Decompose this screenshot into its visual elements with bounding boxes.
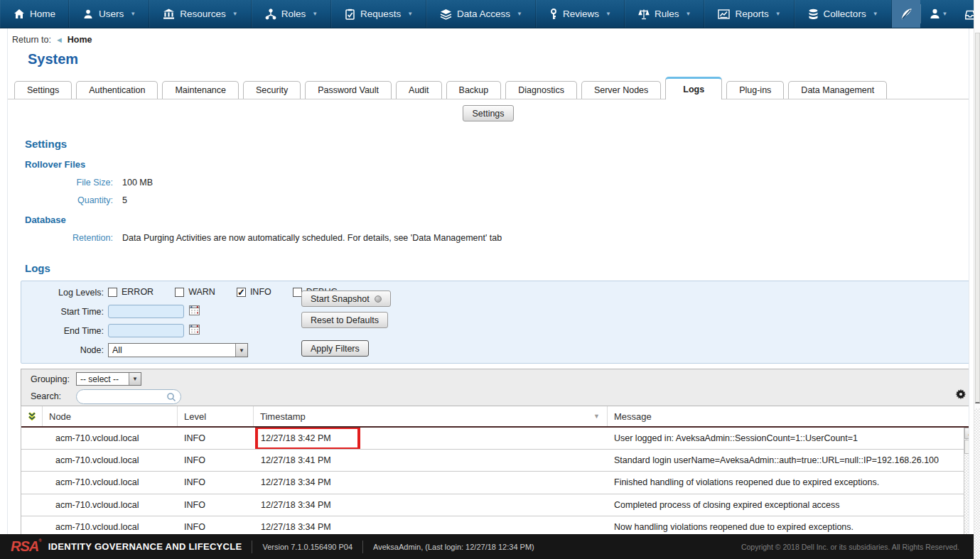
users-icon <box>82 9 94 20</box>
nav-item-label: Requests <box>360 9 401 19</box>
search-icon[interactable] <box>166 392 176 402</box>
chevron-down-icon: ▼ <box>232 11 238 17</box>
tab-authentication[interactable]: Authentication <box>76 81 158 99</box>
retention-value: Data Purging Activities are now automati… <box>122 233 502 243</box>
nav-item-home[interactable]: Home <box>0 0 69 28</box>
calendar-icon[interactable] <box>189 324 200 335</box>
chevron-down-icon[interactable]: ▼ <box>129 373 141 385</box>
checkbox-error[interactable]: ERROR <box>108 287 154 297</box>
tab-password-vault[interactable]: Password Vault <box>305 81 392 99</box>
chevron-down-icon: ▼ <box>517 11 522 17</box>
nav-item-data-access[interactable]: Data Access ▼ <box>426 0 536 28</box>
nav-item-requests[interactable]: Requests ▼ <box>331 0 426 28</box>
page-title: System <box>28 51 969 67</box>
settings-subtab-button[interactable]: Settings <box>463 105 513 121</box>
tab-maintenance[interactable]: Maintenance <box>162 81 239 99</box>
column-header-timestamp[interactable]: Timestamp▼ <box>254 406 608 426</box>
version-text: Version 7.1.0.156490 P04 <box>262 543 352 551</box>
grouping-select-value: -- select -- <box>77 374 129 384</box>
rsa-logo: RSA® <box>11 538 41 555</box>
reset-to-defaults-button[interactable]: Reset to Defaults <box>301 312 388 328</box>
tab-diagnostics[interactable]: Diagnostics <box>505 81 577 99</box>
start-time-label: Start Time: <box>27 307 104 317</box>
column-header-level[interactable]: Level <box>178 406 254 426</box>
tab-plug-ins[interactable]: Plug-ins <box>726 81 784 99</box>
nav-item-label: Data Access <box>457 9 510 19</box>
search-box <box>76 389 181 404</box>
sort-descending-icon: ▼ <box>593 413 600 420</box>
nav-item-reports[interactable]: Reports ▼ <box>704 0 794 28</box>
tab-server-nodes[interactable]: Server Nodes <box>581 81 661 99</box>
home-icon <box>14 9 25 20</box>
nav-item-label: Reviews <box>563 9 599 19</box>
data-access-icon <box>440 9 452 20</box>
table-row[interactable]: acm-710.vcloud.local INFO 12/27/18 3:34 … <box>21 494 964 516</box>
expand-all-header[interactable] <box>21 406 43 426</box>
node-select[interactable]: All ▼ <box>108 343 248 357</box>
tab-bar: Settings Authentication Maintenance Secu… <box>8 77 969 99</box>
chevron-down-icon: ▼ <box>873 11 878 17</box>
table-scrollbar[interactable]: ▲ <box>964 428 969 534</box>
retention-label: Retention: <box>8 233 113 243</box>
log-filter-panel: Log Levels: ERROR WARN ✓INFO DEBUG Start… <box>21 281 969 364</box>
table-row[interactable]: acm-710.vcloud.local INFO 12/27/18 3:34 … <box>21 472 964 494</box>
page-scrollbar[interactable] <box>974 0 980 559</box>
tab-backup[interactable]: Backup <box>446 81 502 99</box>
product-name: IDENTITY GOVERNANCE AND LIFECYCLE <box>48 541 242 552</box>
checkbox-box[interactable]: ✓ <box>237 288 246 297</box>
double-chevron-down-icon <box>27 411 37 421</box>
checkbox-warn[interactable]: WARN <box>175 287 215 297</box>
tab-logs[interactable]: Logs <box>665 77 722 99</box>
chevron-down-icon[interactable]: ▼ <box>235 344 247 357</box>
scroll-up-arrow-icon[interactable]: ▲ <box>964 428 969 439</box>
gear-icon[interactable] <box>955 389 966 400</box>
column-header-node[interactable]: Node <box>43 406 178 426</box>
nav-item-label: Collectors <box>824 9 866 19</box>
table-row[interactable]: acm-710.vcloud.local INFO 12/27/18 3:34 … <box>21 516 964 534</box>
logged-in-user: AveksaAdmin, (Last login: 12/27/18 12:34… <box>373 543 534 551</box>
table-row[interactable]: acm-710.vcloud.local INFO 12/27/18 3:41 … <box>21 450 964 472</box>
chevron-down-icon: ▼ <box>407 11 413 17</box>
nav-item-roles[interactable]: Roles ▼ <box>252 0 331 28</box>
checkbox-label: INFO <box>250 287 271 297</box>
checkbox-box[interactable] <box>175 288 184 297</box>
nav-item-reviews[interactable]: Reviews ▼ <box>536 0 625 28</box>
grouping-select[interactable]: -- select -- ▼ <box>76 372 141 386</box>
apply-filters-button[interactable]: Apply Filters <box>301 340 369 357</box>
tab-data-management[interactable]: Data Management <box>788 81 887 99</box>
nav-item-label: Reports <box>735 9 768 19</box>
nav-item-collectors[interactable]: Collectors ▼ <box>795 0 892 28</box>
search-input[interactable] <box>84 391 166 403</box>
log-levels-label: Log Levels: <box>27 288 104 298</box>
rollover-files-heading: Rollover Files <box>25 159 969 170</box>
nav-item-rules[interactable]: Rules ▼ <box>625 0 704 28</box>
tab-audit[interactable]: Audit <box>396 81 442 99</box>
checkbox-label: ERROR <box>122 287 154 297</box>
quill-tool-button[interactable] <box>892 0 920 28</box>
checkbox-box[interactable] <box>108 288 117 297</box>
table-row[interactable]: acm-710.vcloud.local INFO 12/27/18 3:42 … <box>21 428 964 450</box>
retention-row: Retention: Data Purging Activities are n… <box>8 233 969 243</box>
start-time-input[interactable] <box>108 305 184 318</box>
calendar-icon[interactable] <box>189 305 200 316</box>
return-to-label: Return to: <box>12 35 51 45</box>
nav-item-resources[interactable]: Resources ▼ <box>149 0 251 28</box>
quill-icon <box>900 8 912 21</box>
column-header-message[interactable]: Message <box>608 406 964 426</box>
collectors-icon <box>808 9 819 20</box>
tab-security[interactable]: Security <box>243 81 301 99</box>
nav-item-users[interactable]: Users ▼ <box>69 0 149 28</box>
table-scrollbar-thumb[interactable] <box>964 440 969 454</box>
start-snapshot-button[interactable]: Start Snapshot <box>301 291 391 307</box>
user-menu-button[interactable]: ▼ <box>921 0 956 28</box>
roles-icon <box>265 9 276 20</box>
checkbox-info[interactable]: ✓INFO <box>237 287 271 297</box>
settings-section-heading: Settings <box>25 138 969 150</box>
end-time-label: End Time: <box>27 326 104 336</box>
checkbox-box[interactable] <box>293 288 302 297</box>
quantity-value: 5 <box>122 195 127 205</box>
end-time-input[interactable] <box>108 324 184 337</box>
page-scrollbar-thumb[interactable] <box>975 33 980 403</box>
tab-settings[interactable]: Settings <box>14 81 72 99</box>
breadcrumb-home-link[interactable]: Home <box>68 35 92 45</box>
